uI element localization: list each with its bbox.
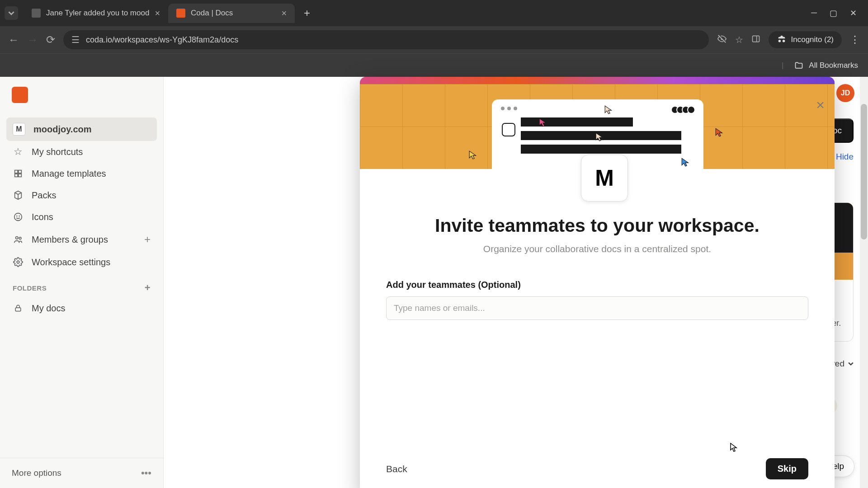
app-container: M moodjoy.com ☆ My shortcuts Manage temp… — [0, 77, 868, 488]
tab-active-coda[interactable]: Coda | Docs × — [168, 4, 295, 23]
template-icon — [13, 168, 24, 179]
more-options-label: More options — [12, 468, 61, 478]
svg-rect-2 — [15, 170, 18, 173]
sidebar-item-members[interactable]: Members & groups + — [6, 228, 157, 251]
cursor-icon — [715, 127, 725, 137]
tab-title: Jane Tyler added you to mood — [46, 9, 149, 18]
new-tab-button[interactable]: + — [300, 6, 314, 20]
svg-rect-12 — [15, 308, 21, 311]
sidebar-item-icons[interactable]: Icons — [6, 206, 157, 228]
sidebar-item-workspace[interactable]: M moodjoy.com — [6, 117, 157, 141]
skip-button[interactable]: Skip — [766, 458, 808, 479]
tab-favicon-icon — [176, 9, 185, 18]
members-icon — [13, 234, 24, 245]
folders-heading: FOLDERS + — [6, 273, 157, 297]
back-icon[interactable]: ← — [8, 33, 19, 46]
chevron-down-icon — [848, 361, 854, 366]
close-window-icon[interactable]: ✕ — [850, 8, 857, 18]
teammates-field-label: Add your teammates (Optional) — [386, 280, 808, 290]
add-member-icon[interactable]: + — [144, 233, 151, 246]
incognito-label: Incognito (2) — [791, 35, 834, 44]
modal-close-button[interactable]: × — [816, 97, 825, 113]
svg-rect-5 — [19, 174, 21, 177]
sidebar-item-my-docs[interactable]: My docs — [6, 297, 157, 319]
scrollbar-track[interactable] — [860, 77, 868, 488]
gear-icon — [13, 257, 24, 267]
minimize-icon[interactable]: ─ — [811, 8, 817, 18]
svg-rect-0 — [752, 36, 759, 42]
svg-point-11 — [17, 261, 19, 263]
browser-menu-icon[interactable]: ⋮ — [850, 34, 860, 46]
workspace-name: moodjoy.com — [33, 124, 92, 135]
incognito-badge[interactable]: Incognito (2) — [769, 31, 842, 48]
tabs-container: Jane Tyler added you to mood × Coda | Do… — [24, 4, 314, 23]
sidebar-item-settings[interactable]: Workspace settings — [6, 251, 157, 273]
sidebar: M moodjoy.com ☆ My shortcuts Manage temp… — [0, 77, 164, 488]
tab-title: Coda | Docs — [191, 9, 233, 18]
browser-tab-strip: Jane Tyler added you to mood × Coda | Do… — [0, 0, 868, 26]
side-panel-icon[interactable] — [751, 34, 760, 46]
svg-point-8 — [19, 216, 19, 216]
forward-icon: → — [27, 33, 38, 46]
all-bookmarks-link[interactable]: All Bookmarks — [809, 61, 858, 70]
tab-favicon-icon — [32, 9, 41, 18]
cursor-icon — [468, 150, 478, 160]
modal-footer: Back Skip — [360, 458, 835, 488]
bookmark-star-icon[interactable]: ☆ — [735, 34, 743, 45]
invite-modal: M × Invite teammates to your workspace. … — [360, 77, 835, 488]
main-content: sources Gallery Pricing JD Templates + B… — [164, 77, 868, 488]
site-info-icon[interactable]: ☰ — [71, 34, 80, 45]
sidebar-footer[interactable]: More options ••• — [0, 458, 163, 488]
close-icon[interactable]: × — [281, 8, 287, 19]
tab-inactive-jane[interactable]: Jane Tyler added you to mood × — [24, 4, 168, 23]
cursor-icon — [681, 157, 691, 167]
star-icon: ☆ — [13, 146, 24, 157]
folder-icon — [794, 61, 803, 70]
close-icon[interactable]: × — [155, 8, 160, 19]
add-folder-icon[interactable]: + — [145, 282, 151, 294]
cursor-icon — [604, 105, 614, 115]
svg-point-10 — [19, 237, 21, 239]
sidebar-item-shortcuts[interactable]: ☆ My shortcuts — [6, 141, 157, 163]
sidebar-nav: M moodjoy.com ☆ My shortcuts Manage temp… — [0, 113, 163, 458]
reload-icon[interactable]: ⟳ — [46, 33, 55, 46]
sidebar-item-label: Manage templates — [32, 169, 106, 179]
scrollbar-thumb[interactable] — [861, 104, 867, 239]
packs-icon — [13, 190, 24, 201]
url-text: coda.io/workspaces/ws-YgKJ8fam2a/docs — [86, 35, 238, 45]
sidebar-item-label: Workspace settings — [32, 257, 110, 267]
sidebar-item-templates[interactable]: Manage templates — [6, 163, 157, 184]
svg-point-9 — [16, 237, 19, 239]
lock-icon — [13, 303, 24, 314]
workspace-letter-badge: M — [581, 155, 628, 202]
sidebar-item-label: My docs — [32, 303, 65, 314]
modal-subtitle: Organize your collaborative docs in a ce… — [386, 244, 808, 254]
cursor-icon — [538, 117, 548, 127]
svg-rect-3 — [19, 170, 21, 173]
more-icon[interactable]: ••• — [141, 467, 151, 479]
url-bar[interactable]: ☰ coda.io/workspaces/ws-YgKJ8fam2a/docs — [63, 30, 709, 49]
svg-point-6 — [14, 213, 22, 221]
modal-title: Invite teammates to your workspace. — [386, 215, 808, 236]
smile-icon — [13, 211, 24, 222]
app-logo[interactable] — [0, 77, 163, 113]
svg-point-7 — [17, 216, 17, 216]
window-controls: ─ ▢ ✕ — [811, 8, 863, 18]
user-avatar[interactable]: JD — [836, 84, 854, 102]
browser-address-bar: ← → ⟳ ☰ coda.io/workspaces/ws-YgKJ8fam2a… — [0, 26, 868, 53]
cursor-icon — [595, 132, 605, 142]
workspace-avatar: M — [13, 123, 25, 136]
eye-off-icon[interactable] — [717, 34, 727, 46]
incognito-icon — [777, 35, 787, 45]
sidebar-item-packs[interactable]: Packs — [6, 184, 157, 206]
tab-search-dropdown[interactable] — [5, 6, 18, 20]
svg-rect-4 — [15, 174, 18, 177]
sidebar-item-label: Icons — [32, 212, 53, 222]
sidebar-item-label: My shortcuts — [32, 147, 83, 157]
bookmarks-bar: | All Bookmarks — [0, 53, 868, 77]
sidebar-item-label: Packs — [32, 190, 56, 201]
back-button[interactable]: Back — [386, 464, 407, 474]
teammates-input[interactable] — [386, 296, 808, 320]
sidebar-item-label: Members & groups — [32, 235, 108, 245]
maximize-icon[interactable]: ▢ — [830, 8, 837, 18]
